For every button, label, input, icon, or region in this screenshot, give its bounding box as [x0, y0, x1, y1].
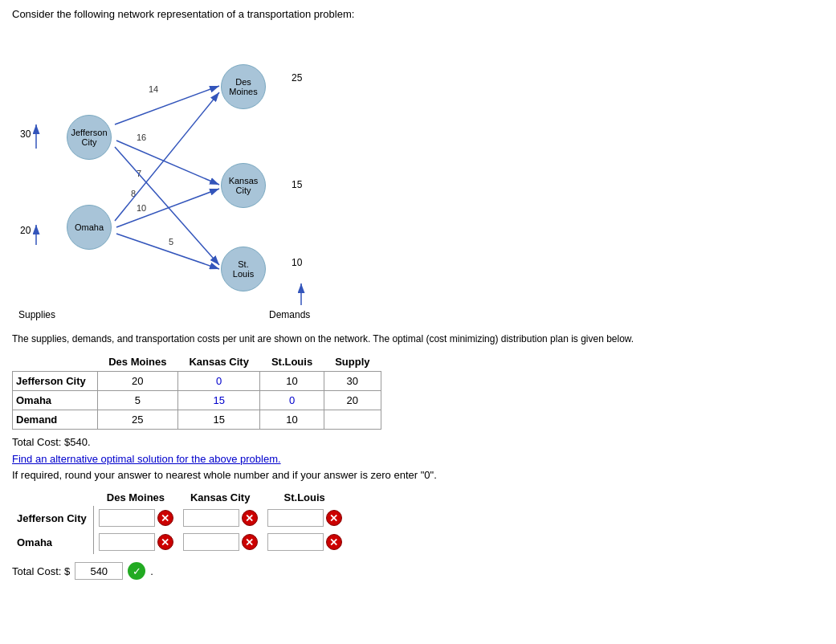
inp-row2-label: Omaha	[12, 530, 93, 554]
sol-header-st-louis: St.Louis	[260, 353, 324, 372]
inp-om-dm-field[interactable]	[99, 533, 155, 551]
inp-row2-kc-cell: ✕	[178, 530, 263, 554]
node-des-moines: DesMoines	[221, 64, 266, 109]
node-omaha: Omaha	[67, 205, 112, 250]
sol-row2-sl: 0	[260, 391, 324, 410]
network-diagram: 30 20 25 15 10 JeffersonCity Omaha DesMo…	[12, 28, 349, 325]
inp-om-kc-clear[interactable]: ✕	[242, 534, 258, 550]
sol-row1-supply: 30	[324, 372, 381, 391]
sol-row2-kc: 15	[177, 391, 259, 410]
total-cost-input-field[interactable]	[75, 562, 123, 580]
inp-row2-dm-cell: ✕	[93, 530, 178, 554]
inp-row1-label: Jefferson City	[12, 506, 93, 530]
sol-row1-kc: 0	[177, 372, 259, 391]
sol-demand-dm: 25	[97, 410, 177, 430]
sol-header-empty	[13, 353, 98, 372]
total-cost-input-row: Total Cost: $ ✓ .	[12, 562, 824, 580]
svg-line-4	[115, 92, 219, 221]
inp-jc-dm-field[interactable]	[99, 509, 155, 527]
sol-row1-sl: 10	[260, 372, 324, 391]
sol-demand-kc: 15	[177, 410, 259, 430]
inp-jc-kc-field[interactable]	[183, 509, 239, 527]
inp-om-sl-clear[interactable]: ✕	[326, 534, 342, 550]
sol-row2-supply: 20	[324, 391, 381, 410]
network-svg	[12, 28, 349, 325]
sol-demand-sl: 10	[260, 410, 324, 430]
solution-table: Des Moines Kansas City St.Louis Supply J…	[12, 353, 381, 430]
svg-line-1	[115, 86, 219, 124]
round-note-text: If required, round your answer to neares…	[12, 469, 824, 481]
input-table: Des Moines Kansas City St.Louis Jefferso…	[12, 489, 347, 554]
sol-header-kansas-city: Kansas City	[177, 353, 259, 372]
check-icon[interactable]: ✓	[128, 562, 145, 580]
inp-om-dm-clear[interactable]: ✕	[157, 534, 173, 550]
total-cost-text: Total Cost: $540.	[12, 436, 824, 448]
svg-line-6	[116, 234, 219, 269]
sol-row1-dm: 20	[97, 372, 177, 391]
inp-header-kansas-city: Kansas City	[178, 489, 263, 506]
inp-om-sl-field[interactable]	[267, 533, 324, 551]
svg-line-5	[116, 189, 219, 227]
node-st-louis: St.Louis	[221, 247, 266, 291]
inp-row1-kc-cell: ✕	[178, 506, 263, 530]
node-kansas-city: KansasCity	[221, 163, 266, 208]
sol-demand-label: Demand	[13, 410, 98, 430]
sol-row1-label: Jefferson City	[13, 372, 98, 391]
intro-text: Consider the following network represent…	[12, 8, 824, 20]
node-jefferson-city: JeffersonCity	[67, 115, 112, 160]
inp-row1-sl-cell: ✕	[263, 506, 347, 530]
svg-line-3	[115, 147, 219, 265]
inp-jc-dm-clear[interactable]: ✕	[157, 510, 173, 526]
svg-line-2	[116, 141, 219, 185]
sol-row2-dm: 5	[97, 391, 177, 410]
inp-jc-sl-clear[interactable]: ✕	[326, 510, 342, 526]
total-cost-input-label: Total Cost: $	[12, 565, 70, 577]
inp-header-empty	[12, 489, 93, 506]
inp-om-kc-field[interactable]	[183, 533, 239, 551]
find-alt-text: Find an alternative optimal solution for…	[12, 453, 824, 465]
period: .	[150, 565, 153, 577]
inp-row2-sl-cell: ✕	[263, 530, 347, 554]
sol-row2-label: Omaha	[13, 391, 98, 410]
explanation-text: The supplies, demands, and transportatio…	[12, 332, 824, 346]
inp-row1-dm-cell: ✕	[93, 506, 178, 530]
sol-header-des-moines: Des Moines	[97, 353, 177, 372]
sol-demand-empty	[324, 410, 381, 430]
sol-header-supply: Supply	[324, 353, 381, 372]
inp-header-des-moines: Des Moines	[93, 489, 178, 506]
inp-jc-kc-clear[interactable]: ✕	[242, 510, 258, 526]
inp-header-st-louis: St.Louis	[263, 489, 347, 506]
inp-jc-sl-field[interactable]	[267, 509, 324, 527]
